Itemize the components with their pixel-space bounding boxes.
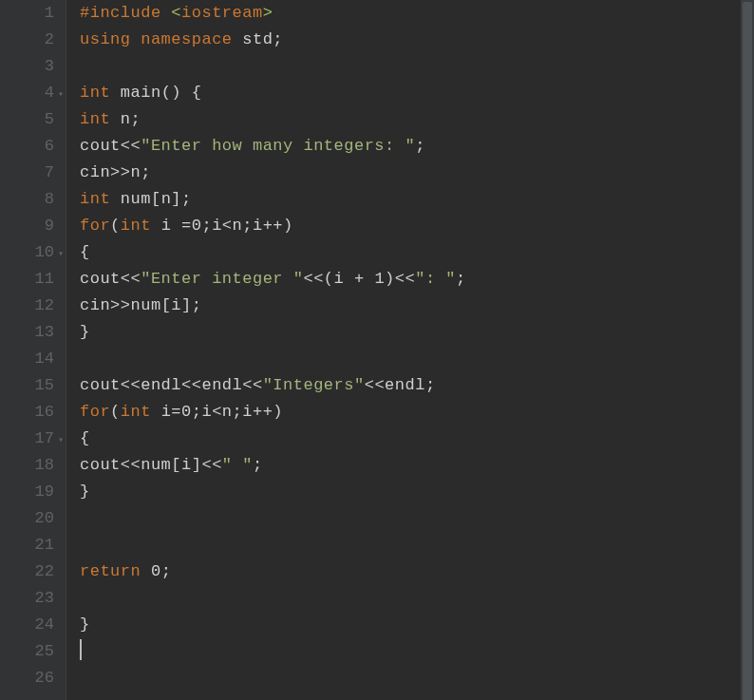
code-line[interactable]: using namespace std;	[80, 27, 754, 53]
line-number: 2	[0, 27, 54, 53]
code-line[interactable]: {	[80, 239, 754, 266]
code-line[interactable]	[80, 532, 754, 558]
line-number: 14	[0, 346, 54, 372]
code-line[interactable]	[80, 505, 754, 532]
line-number: 21	[0, 532, 54, 558]
code-line[interactable]: }	[80, 479, 754, 505]
line-number: 19	[0, 479, 54, 505]
line-number: 8	[0, 186, 54, 213]
code-line[interactable]: cin>>n;	[80, 160, 754, 186]
line-number: 18	[0, 452, 54, 479]
fold-icon[interactable]: ▾	[58, 427, 64, 454]
code-editor[interactable]: #include <iostream> using namespace std;…	[66, 0, 754, 700]
line-number: 20	[0, 505, 54, 532]
line-number: 15	[0, 372, 54, 399]
line-number: 9	[0, 213, 54, 239]
code-line[interactable]: for(int i =0;i<n;i++)	[80, 213, 754, 239]
line-number: 1	[0, 0, 54, 27]
line-number: 24	[0, 612, 54, 638]
line-number: 16	[0, 399, 54, 426]
code-line[interactable]: return 0;	[80, 558, 754, 585]
scrollbar-thumb[interactable]	[743, 2, 752, 700]
code-line[interactable]: }	[80, 319, 754, 346]
code-line[interactable]: cout<<"Enter integer "<<(i + 1)<<": ";	[80, 266, 754, 293]
line-number: 3	[0, 53, 54, 80]
line-number: 5	[0, 106, 54, 133]
line-number: 13	[0, 319, 54, 346]
code-line[interactable]: int main() {	[80, 80, 754, 106]
code-line[interactable]: {	[80, 426, 754, 452]
line-number: 4▾	[0, 80, 54, 106]
code-line[interactable]: cout<<endl<<endl<<"Integers"<<endl;	[80, 372, 754, 399]
line-number: 7	[0, 160, 54, 186]
line-number: 12	[0, 293, 54, 319]
line-number: 6	[0, 133, 54, 160]
line-number: 17▾	[0, 426, 54, 452]
code-line[interactable]	[80, 53, 754, 80]
fold-icon[interactable]: ▾	[58, 241, 64, 268]
code-line[interactable]: int n;	[80, 106, 754, 133]
fold-icon[interactable]: ▾	[58, 82, 64, 108]
scrollbar[interactable]	[741, 0, 754, 700]
text-cursor	[80, 639, 82, 660]
line-number: 23	[0, 585, 54, 612]
code-line[interactable]	[80, 346, 754, 372]
code-line[interactable]	[80, 638, 754, 665]
code-line[interactable]: cout<<"Enter how many integers: ";	[80, 133, 754, 160]
line-number: 10▾	[0, 239, 54, 266]
line-number: 11	[0, 266, 54, 293]
code-line[interactable]	[80, 665, 754, 691]
code-line[interactable]: cin>>num[i];	[80, 293, 754, 319]
code-line[interactable]: }	[80, 612, 754, 638]
code-line[interactable]: cout<<num[i]<<" ";	[80, 452, 754, 479]
code-line[interactable]: int num[n];	[80, 186, 754, 213]
line-number-gutter: 1 2 3 4▾ 5 6 7 8 9 10▾ 11 12 13 14 15 16…	[0, 0, 66, 700]
code-line[interactable]: for(int i=0;i<n;i++)	[80, 399, 754, 426]
code-line[interactable]	[80, 585, 754, 612]
code-line[interactable]: #include <iostream>	[80, 0, 754, 27]
line-number: 22	[0, 558, 54, 585]
line-number: 26	[0, 665, 54, 691]
line-number: 25	[0, 638, 54, 665]
